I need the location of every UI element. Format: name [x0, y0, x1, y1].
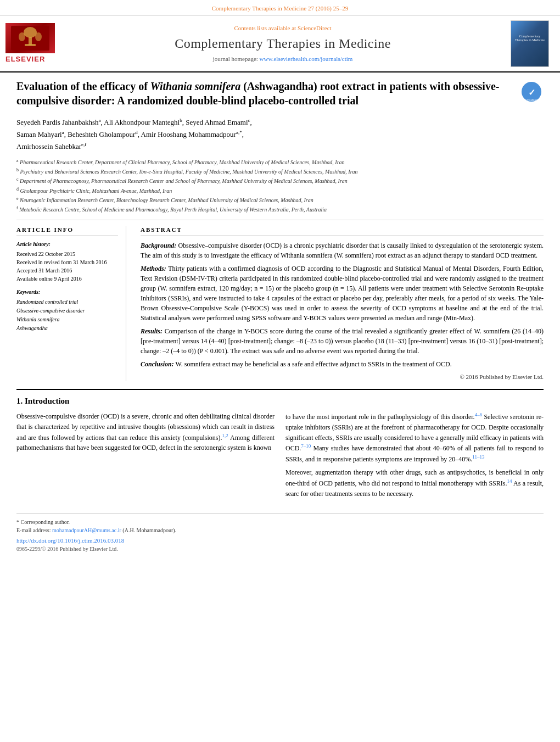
keyword-1: Randomized controlled trial — [16, 298, 118, 306]
page-wrapper: Complementary Therapies in Medicine 27 (… — [0, 0, 560, 564]
accepted-date: Accepted 31 March 2016 — [16, 266, 118, 275]
email-note: E-mail address: mohamadpourAH@mums.ac.ir… — [16, 526, 544, 534]
introduction-title: 1. Introduction — [16, 395, 544, 407]
journal-cover-thumbnail: Complementary Therapies in Medicine — [511, 20, 549, 67]
journal-header-center: Contents lists available at ScienceDirec… — [66, 24, 500, 64]
article-info-abstract-section: ARTICLE INFO Article history: Received 2… — [16, 226, 544, 382]
intro-para-1: Obsessive-compulsive disorder (OCD) is a… — [16, 411, 275, 453]
elsevier-brand-text: ELSEVIER — [5, 54, 45, 64]
doi-link[interactable]: http://dx.doi.org/10.1016/j.ctim.2016.03… — [16, 537, 544, 545]
introduction-body: Obsessive-compulsive disorder (OCD) is a… — [16, 411, 544, 502]
article-history-group: Article history: Received 22 October 201… — [16, 241, 118, 283]
svg-rect-2 — [29, 37, 32, 45]
top-bar: Complementary Therapies in Medicine 27 (… — [0, 0, 560, 16]
journal-header-right: Complementary Therapies in Medicine — [500, 20, 549, 67]
article-title: Evaluation of the efficacy of Withania s… — [16, 79, 519, 108]
article-content: Evaluation of the efficacy of Withania s… — [0, 72, 560, 564]
intro-para-2: to have the most important role in the p… — [285, 411, 544, 464]
journal-title: Complementary Therapies in Medicine — [66, 35, 500, 53]
affiliation-d: d Gholampour Psychiatric Clinic, Mohtash… — [16, 186, 544, 195]
affiliation-c: c Department of Pharmacognosy, Pharmaceu… — [16, 176, 544, 185]
corresponding-author-note: * Corresponding author. — [16, 518, 544, 526]
keywords-heading: Keywords: — [16, 288, 118, 296]
keyword-4: Ashwagandha — [16, 324, 118, 333]
svg-text:CrossMark: CrossMark — [524, 98, 538, 102]
svg-point-1 — [24, 27, 37, 38]
keyword-2: Obsessive-compulsive disorder — [16, 306, 118, 315]
abstract-results: Results: Comparison of the change in Y-B… — [141, 326, 544, 356]
received-revised-date: Received in revised form 31 March 2016 — [16, 258, 118, 266]
abstract-heading: ABSTRACT — [141, 226, 544, 236]
affiliation-f: f Metabolic Research Centre, School of M… — [16, 205, 544, 214]
intro-para-3: Moreover, augmentation therapy with othe… — [285, 467, 544, 499]
journal-header-left: ELSEVIER — [5, 23, 66, 64]
abstract-text: Background: Obsessive–compulsive disorde… — [141, 241, 544, 382]
crossmark-icon: ✓ CrossMark — [520, 81, 542, 103]
affiliation-a: a Pharmaceutical Research Center, Depart… — [16, 158, 544, 166]
journal-url-link[interactable]: www.elsevierhealth.com/journals/ctim — [260, 55, 353, 62]
abstract-column: ABSTRACT Background: Obsessive–compulsiv… — [137, 226, 544, 382]
elsevier-logo-box — [5, 23, 55, 53]
article-title-section: Evaluation of the efficacy of Withania s… — [16, 79, 544, 111]
svg-text:✓: ✓ — [528, 88, 535, 97]
svg-rect-3 — [25, 44, 36, 46]
keywords-group: Keywords: Randomized controlled trial Ob… — [16, 288, 118, 333]
authors-line: Seyedeh Pardis Jahanbakhsha, Ali Akhondp… — [16, 116, 544, 153]
intro-left-col: Obsessive-compulsive disorder (OCD) is a… — [16, 411, 275, 502]
divider-after-affiliations — [16, 220, 544, 220]
affiliation-e: e Neurogenic Inflammation Research Cente… — [16, 196, 544, 204]
article-history-heading: Article history: — [16, 241, 118, 248]
affiliation-b: b Psychiatry and Behavioral Sciences Res… — [16, 167, 544, 176]
article-title-italic: Withania somnifera — [150, 80, 240, 92]
abstract-methods: Methods: Thirty patients with a confirme… — [141, 264, 544, 323]
abstract-background: Background: Obsessive–compulsive disorde… — [141, 241, 544, 260]
crossmark-logo[interactable]: ✓ CrossMark — [519, 79, 544, 104]
sciencedirect-link[interactable]: ScienceDirect — [298, 25, 332, 31]
received-date: Received 22 October 2015 — [16, 250, 118, 258]
journal-citation-link[interactable]: Complementary Therapies in Medicine 27 (… — [212, 5, 348, 12]
cover-title-text: Complementary Therapies in Medicine — [513, 35, 546, 42]
journal-header: ELSEVIER Contents lists available at Sci… — [0, 16, 560, 72]
elsevier-logo: ELSEVIER — [5, 23, 66, 64]
svg-point-4 — [19, 32, 25, 41]
introduction-section: 1. Introduction Obsessive-compulsive dis… — [16, 389, 544, 502]
keyword-3: Withania somnifera — [16, 315, 118, 324]
journal-homepage: journal homepage: www.elsevierhealth.com… — [66, 55, 500, 63]
footnote-section: * Corresponding author. E-mail address: … — [16, 513, 544, 553]
article-info-heading: ARTICLE INFO — [16, 226, 118, 236]
article-info-column: ARTICLE INFO Article history: Received 2… — [16, 226, 126, 382]
abstract-conclusion: Conclusion: W. somnifera extract may be … — [141, 359, 544, 369]
issn-copyright: 0965-2299/© 2016 Published by Elsevier L… — [16, 545, 544, 553]
intro-right-col: to have the most important role in the p… — [285, 411, 544, 502]
author-email-link[interactable]: mohamadpourAH@mums.ac.ir — [52, 527, 121, 533]
abstract-copyright: © 2016 Published by Elsevier Ltd. — [141, 372, 544, 382]
svg-point-5 — [35, 32, 42, 41]
available-date: Available online 9 April 2016 — [16, 275, 118, 283]
elsevier-tree-icon — [11, 26, 49, 51]
contents-available: Contents lists available at ScienceDirec… — [66, 24, 500, 32]
affiliations: a Pharmaceutical Research Center, Depart… — [16, 158, 544, 214]
